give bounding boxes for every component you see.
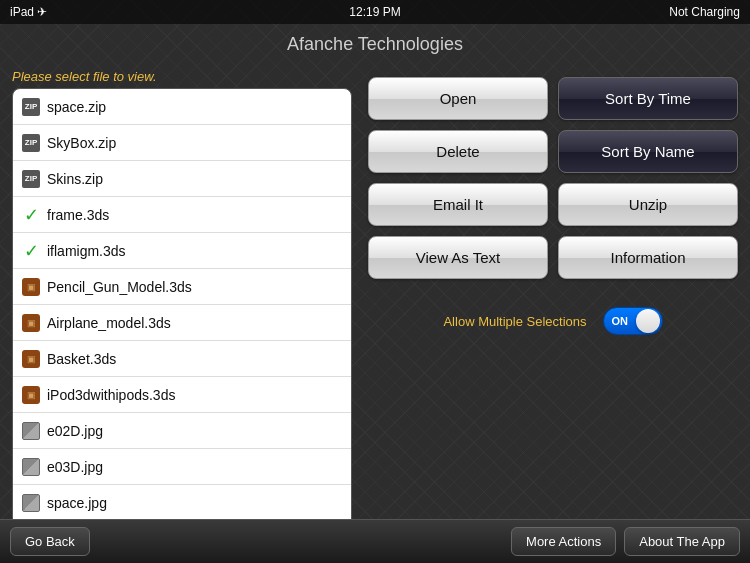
email-it-button[interactable]: Email It	[368, 183, 548, 226]
bottom-bar: Go Back More Actions About The App	[0, 519, 750, 563]
view-as-text-button[interactable]: View As Text	[368, 236, 548, 279]
list-item[interactable]: ▣Basket.3ds	[13, 341, 351, 377]
list-item[interactable]: ▣Pencil_Gun_Model.3ds	[13, 269, 351, 305]
list-item[interactable]: ✓frame.3ds	[13, 197, 351, 233]
zip-icon: ZIP	[21, 97, 41, 117]
list-item[interactable]: ZIPSkins.zip	[13, 161, 351, 197]
file-name: iPod3dwithipods.3ds	[47, 387, 175, 403]
file-name: e03D.jpg	[47, 459, 103, 475]
go-back-button[interactable]: Go Back	[10, 527, 90, 556]
file-name: SkyBox.zip	[47, 135, 116, 151]
list-item[interactable]: ▣Airplane_model.3ds	[13, 305, 351, 341]
unzip-button[interactable]: Unzip	[558, 183, 738, 226]
list-item[interactable]: e02D.jpg	[13, 413, 351, 449]
status-left: iPad ✈	[10, 5, 253, 19]
button-grid: Open Sort By Time Delete Sort By Name Em…	[368, 69, 738, 287]
jpg-icon	[21, 493, 41, 513]
list-item[interactable]: e03D.jpg	[13, 449, 351, 485]
delete-button[interactable]: Delete	[368, 130, 548, 173]
jpg-icon	[21, 457, 41, 477]
file-name: iflamigm.3ds	[47, 243, 126, 259]
allow-multiple-label: Allow Multiple Selections	[443, 314, 586, 329]
model-icon: ▣	[21, 313, 41, 333]
sort-by-name-button[interactable]: Sort By Name	[558, 130, 738, 173]
main-content: Please select file to view. ZIPspace.zip…	[0, 61, 750, 512]
bottom-right-buttons: More Actions About The App	[511, 527, 740, 556]
allow-multiple-toggle[interactable]: ON	[603, 307, 663, 335]
list-item[interactable]: ZIPspace.zip	[13, 89, 351, 125]
app-title: Afanche Technologies	[0, 24, 750, 61]
file-name: frame.3ds	[47, 207, 109, 223]
select-prompt: Please select file to view.	[12, 69, 352, 84]
zip-icon: ZIP	[21, 169, 41, 189]
allow-multiple-row: Allow Multiple Selections ON	[368, 299, 738, 343]
list-item[interactable]: ▣iPod3dwithipods.3ds	[13, 377, 351, 413]
sort-by-time-button[interactable]: Sort By Time	[558, 77, 738, 120]
file-list: ZIPspace.zipZIPSkyBox.zipZIPSkins.zip✓fr…	[12, 88, 352, 558]
status-bar: iPad ✈ 12:19 PM Not Charging	[0, 0, 750, 24]
list-item[interactable]: ZIPSkyBox.zip	[13, 125, 351, 161]
model-icon: ▣	[21, 385, 41, 405]
right-panel: Open Sort By Time Delete Sort By Name Em…	[368, 69, 738, 504]
file-name: Airplane_model.3ds	[47, 315, 171, 331]
list-item[interactable]: space.jpg	[13, 485, 351, 521]
status-right: Not Charging	[497, 5, 740, 19]
information-button[interactable]: Information	[558, 236, 738, 279]
jpg-icon	[21, 421, 41, 441]
file-name: Basket.3ds	[47, 351, 116, 367]
toggle-on-label: ON	[612, 315, 629, 327]
zip-icon: ZIP	[21, 133, 41, 153]
checkmark-icon: ✓	[21, 205, 41, 225]
model-icon: ▣	[21, 277, 41, 297]
about-the-app-button[interactable]: About The App	[624, 527, 740, 556]
file-name: space.jpg	[47, 495, 107, 511]
file-name: Pencil_Gun_Model.3ds	[47, 279, 192, 295]
open-button[interactable]: Open	[368, 77, 548, 120]
file-list-panel: Please select file to view. ZIPspace.zip…	[12, 69, 352, 504]
toggle-knob	[636, 309, 660, 333]
checkmark-icon: ✓	[21, 241, 41, 261]
list-item[interactable]: ✓iflamigm.3ds	[13, 233, 351, 269]
more-actions-button[interactable]: More Actions	[511, 527, 616, 556]
file-name: Skins.zip	[47, 171, 103, 187]
status-time: 12:19 PM	[253, 5, 496, 19]
file-name: space.zip	[47, 99, 106, 115]
file-name: e02D.jpg	[47, 423, 103, 439]
model-icon: ▣	[21, 349, 41, 369]
